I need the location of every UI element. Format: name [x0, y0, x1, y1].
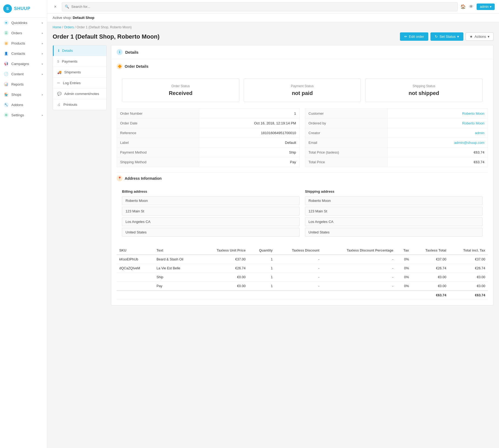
- nav-label-addons: Addons: [11, 103, 23, 107]
- shipping-address: Shipping address Roberto Moon123 Main St…: [305, 189, 483, 238]
- products-table-wrap: SKUTextTaxless Unit PriceQuantityTaxless…: [111, 246, 493, 305]
- detail-nav-details[interactable]: ℹ Details: [53, 45, 106, 56]
- detail-nav-label-log-entries: Log Entries: [63, 81, 81, 85]
- logo-area: S SHUUP: [0, 0, 47, 18]
- footer-taxless-total: €63.74: [412, 291, 449, 300]
- table-cell: €0.00: [200, 282, 248, 291]
- status-label: Order Status: [128, 84, 234, 88]
- info-value: 181016064951700010: [199, 128, 299, 138]
- content-area: Home / Orders / Order 1 (Default Shop, R…: [47, 22, 499, 448]
- address-icon: 📍: [117, 175, 123, 181]
- actions-chevron-icon: ▾: [488, 35, 490, 39]
- order-details-subtitle: Order Details: [125, 64, 148, 69]
- sidebar-item-quicklinks[interactable]: ★ Quicklinks ▸: [0, 18, 47, 28]
- table-cell: Beard & Stash Oil: [154, 255, 200, 264]
- detail-nav: ℹ Details $ Payments 🚚 Shipments ✏ Log E…: [53, 45, 107, 110]
- search-icon: 🔍: [65, 5, 69, 9]
- sidebar-item-settings[interactable]: ⚙ Settings ▸: [0, 110, 47, 120]
- table-cell: dQCaZQIveM: [117, 264, 154, 273]
- sidebar-item-shops[interactable]: 🏪 Shops ▸: [0, 89, 47, 100]
- nav-label-content: Content: [11, 72, 24, 76]
- nav-icon-campaigns: 📢: [4, 61, 9, 66]
- main-area: × 🔍 🏠 👁 admin ▾ Active shop: Default Sho…: [47, 0, 499, 448]
- sidebar-item-addons[interactable]: 🔧 Addons: [0, 100, 47, 110]
- table-cell: 1: [248, 273, 275, 282]
- info-value[interactable]: Roberto Moon: [387, 118, 488, 128]
- detail-layout: ℹ Details $ Payments 🚚 Shipments ✏ Log E…: [47, 45, 499, 316]
- close-button[interactable]: ×: [52, 3, 59, 11]
- info-value: €63.74: [387, 157, 488, 167]
- status-label: Payment Status: [249, 84, 355, 88]
- nav-chevron-orders: ▸: [42, 32, 43, 35]
- table-cell: 0%: [396, 273, 412, 282]
- table-cell: -: [275, 282, 322, 291]
- info-value[interactable]: admin@shuup.com: [387, 138, 488, 148]
- search-input[interactable]: [71, 5, 455, 9]
- table-cell: -: [322, 282, 396, 291]
- table-cell: -: [322, 264, 396, 273]
- table-row: Shipping MethodPay: [117, 157, 300, 167]
- logo-text: SHUUP: [14, 6, 30, 11]
- sidebar-item-campaigns[interactable]: 📢 Campaigns ▸: [0, 59, 47, 69]
- sidebar-item-content[interactable]: 📄 Content ▸: [0, 69, 47, 79]
- info-value: Default: [199, 138, 299, 148]
- sidebar-item-contacts[interactable]: 👤 Contacts ▸: [0, 48, 47, 59]
- edit-icon: ✏: [404, 35, 407, 39]
- col-header-5: Taxless Discount Percentage: [322, 246, 396, 255]
- detail-nav-icon-log-entries: ✏: [57, 81, 60, 85]
- info-value[interactable]: admin: [387, 128, 488, 138]
- order-details-sub: 🔶 Order Details Order Status Received Pa…: [111, 59, 493, 108]
- detail-nav-log-entries[interactable]: ✏ Log Entries: [53, 78, 106, 89]
- info-value: Pay: [199, 157, 299, 167]
- detail-nav-admin-comments[interactable]: 💬 Admin comment/notes: [53, 89, 106, 99]
- set-status-button[interactable]: ↻ Set Status ▾: [430, 32, 463, 41]
- search-bar: 🔍: [62, 2, 458, 11]
- info-label: Label: [117, 138, 199, 148]
- table-cell: 1: [248, 282, 275, 291]
- admin-label: admin: [480, 5, 489, 9]
- info-value[interactable]: Roberto Moon: [387, 109, 488, 118]
- table-cell: [117, 282, 154, 291]
- detail-nav-printouts[interactable]: 🖨 Printouts: [53, 99, 106, 110]
- detail-nav-payments[interactable]: $ Payments: [53, 56, 106, 67]
- info-label: Order Date: [117, 118, 199, 128]
- nav-label-products: Products: [11, 41, 25, 45]
- table-row: Pay€0.001--0%€0.00€0.00: [117, 282, 488, 291]
- nav-icon-products: ▦: [4, 41, 9, 46]
- edit-order-button[interactable]: ✏ Edit order: [400, 32, 428, 41]
- order-details-icon: 🔶: [117, 63, 123, 69]
- sidebar: S SHUUP ★ Quicklinks ▸ ☰ Orders ▸ ▦ Prod…: [0, 0, 47, 448]
- home-icon[interactable]: 🏠: [460, 4, 466, 9]
- table-cell: €26.74: [449, 264, 488, 273]
- actions-button[interactable]: ★ Actions ▾: [466, 32, 494, 41]
- nav-chevron-contacts: ▸: [42, 52, 43, 55]
- table-cell: €0.00: [412, 273, 449, 282]
- billing-address-line: Los Angeles CA: [122, 217, 300, 226]
- table-cell: €37.00: [412, 255, 449, 264]
- admin-chevron-icon: ▾: [490, 5, 491, 9]
- info-label: Customer: [305, 109, 388, 118]
- col-header-7: Taxless Total: [412, 246, 449, 255]
- sidebar-item-products[interactable]: ▦ Products ▸: [0, 38, 47, 48]
- status-box-shipping-status: Shipping Status not shipped: [365, 79, 483, 102]
- eye-icon[interactable]: 👁: [469, 4, 473, 9]
- detail-nav-shipments[interactable]: 🚚 Shipments: [53, 67, 106, 78]
- sidebar-item-reports[interactable]: 📊 Reports: [0, 79, 47, 89]
- breadcrumb-orders[interactable]: Orders: [64, 25, 74, 29]
- detail-nav-icon-admin-comments: 💬: [57, 92, 62, 96]
- table-row: Ship€0.001--0%€0.00€0.00: [117, 273, 488, 282]
- status-box-payment-status: Payment Status not paid: [244, 79, 361, 102]
- nav-chevron-products: ▸: [42, 42, 43, 45]
- breadcrumb-home[interactable]: Home: [53, 25, 61, 29]
- sidebar-item-orders[interactable]: ☰ Orders ▸: [0, 28, 47, 38]
- info-label: Order Number: [117, 109, 199, 118]
- details-title: Details: [125, 50, 138, 55]
- nav-chevron-settings: ▸: [42, 114, 43, 117]
- table-row: Ordered byRoberto Moon: [305, 118, 488, 128]
- table-row: Payment MethodShip: [117, 148, 300, 157]
- admin-button[interactable]: admin ▾: [477, 4, 495, 10]
- info-grid: Order Number1Order DateOct 16, 2018, 12:…: [117, 108, 488, 167]
- logo-icon: S: [3, 4, 12, 13]
- col-header-6: Tax: [396, 246, 412, 255]
- shop-name: Default Shop: [73, 16, 94, 20]
